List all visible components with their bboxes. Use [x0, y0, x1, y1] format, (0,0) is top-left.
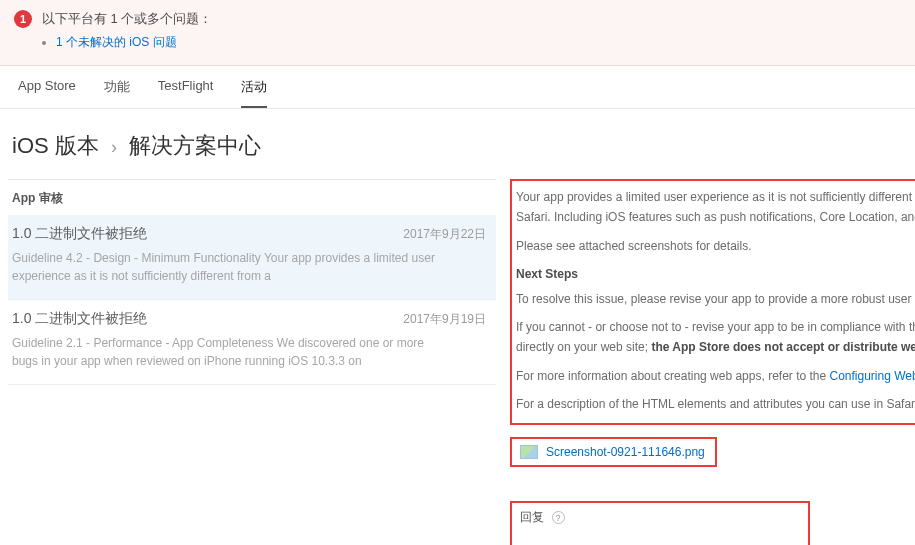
breadcrumb-seg-2: 解决方案中心 — [129, 133, 261, 158]
unresolved-ios-issue-link[interactable]: 1 个未解决的 iOS 问题 — [56, 35, 177, 49]
chevron-right-icon: › — [105, 137, 123, 157]
review-item-summary: Guideline 4.2 - Design - Minimum Functio… — [12, 249, 442, 285]
detail-line: If you cannot - or choose not to - revis… — [516, 317, 915, 337]
reply-box[interactable]: 回复 ? — [510, 501, 810, 545]
rejection-message-box: Your app provides a limited user experie… — [510, 179, 915, 425]
app-review-heading: App 审核 — [8, 180, 496, 215]
review-item-title: 1.0 二进制文件被拒绝 — [12, 225, 147, 243]
configuring-web-apps-link[interactable]: Configuring Web Applic — [830, 369, 916, 383]
platform-issues-alert: 1 以下平台有 1 个或多个问题： 1 个未解决的 iOS 问题 — [0, 0, 915, 66]
alert-list-item: 1 个未解决的 iOS 问题 — [56, 34, 901, 51]
review-list-panel: App 审核 1.0 二进制文件被拒绝 2017年9月22日 Guideline… — [8, 179, 496, 545]
breadcrumb: iOS 版本 › 解决方案中心 — [0, 109, 915, 179]
tab-activity[interactable]: 活动 — [241, 78, 267, 108]
top-tabs: App Store 功能 TestFlight 活动 — [0, 66, 915, 109]
review-item[interactable]: 1.0 二进制文件被拒绝 2017年9月19日 Guideline 2.1 - … — [8, 300, 496, 385]
review-item-date: 2017年9月19日 — [403, 311, 486, 328]
help-icon[interactable]: ? — [552, 511, 565, 524]
alert-count-badge: 1 — [14, 10, 32, 28]
review-detail-panel: Your app provides a limited user experie… — [496, 179, 915, 545]
detail-line: For more information about creating web … — [516, 366, 915, 386]
alert-title: 以下平台有 1 个或多个问题： — [42, 10, 212, 28]
detail-line: directly on your web site; the App Store… — [516, 337, 915, 357]
tab-features[interactable]: 功能 — [104, 78, 130, 108]
detail-line: To resolve this issue, please revise you… — [516, 289, 915, 309]
next-steps-heading: Next Steps — [516, 264, 915, 284]
review-item-summary: Guideline 2.1 - Performance - App Comple… — [12, 334, 442, 370]
tab-testflight[interactable]: TestFlight — [158, 78, 214, 108]
reply-label: 回复 — [520, 510, 544, 524]
review-item-date: 2017年9月22日 — [403, 226, 486, 243]
tab-app-store[interactable]: App Store — [18, 78, 76, 108]
image-file-icon — [520, 445, 538, 459]
detail-line: For a description of the HTML elements a… — [516, 394, 915, 414]
breadcrumb-seg-1[interactable]: iOS 版本 — [12, 133, 99, 158]
detail-line: Safari. Including iOS features such as p… — [516, 207, 915, 227]
review-item[interactable]: 1.0 二进制文件被拒绝 2017年9月22日 Guideline 4.2 - … — [8, 215, 496, 300]
detail-line: Your app provides a limited user experie… — [516, 187, 915, 207]
review-item-title: 1.0 二进制文件被拒绝 — [12, 310, 147, 328]
detail-line: Please see attached screenshots for deta… — [516, 236, 915, 256]
attachment-link[interactable]: Screenshot-0921-111646.png — [546, 445, 705, 459]
attachment-box: Screenshot-0921-111646.png — [510, 437, 717, 467]
